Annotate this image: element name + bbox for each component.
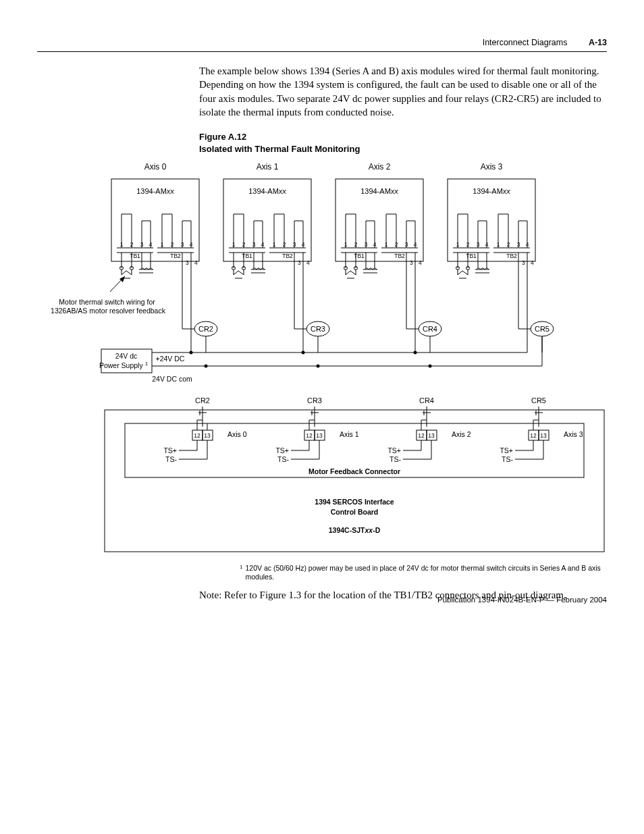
svg-text:4: 4 xyxy=(302,241,305,248)
svg-text:3: 3 xyxy=(298,259,301,266)
svg-text:13: 13 xyxy=(540,432,547,439)
svg-text:CR3: CR3 xyxy=(311,325,325,333)
svg-text:4: 4 xyxy=(373,241,377,248)
svg-text:2: 2 xyxy=(283,241,286,248)
svg-text:4: 4 xyxy=(485,241,489,248)
svg-text:TB2: TB2 xyxy=(506,253,517,259)
section-title: Interconnect Diagrams xyxy=(483,38,568,47)
svg-text:CR2: CR2 xyxy=(198,325,213,333)
header-rule xyxy=(37,51,607,52)
svg-text:24V DC com: 24V DC com xyxy=(152,375,192,383)
axis0-module: 1394-AMxx xyxy=(136,187,174,195)
svg-text:Axis 3: Axis 3 xyxy=(564,430,583,438)
svg-text:1394-AMxx: 1394-AMxx xyxy=(248,187,286,195)
svg-line-217 xyxy=(203,423,207,427)
svg-text:Control Board: Control Board xyxy=(331,508,379,516)
svg-text:3: 3 xyxy=(517,241,520,248)
footnote-text: 120V ac (50/60 Hz) power may be used in … xyxy=(245,564,607,581)
intro-paragraph: The example below shows 1394 (Series A a… xyxy=(199,64,607,119)
svg-text:Motor thermal switch wiring fo: Motor thermal switch wiring for 1326AB/A… xyxy=(51,298,166,315)
svg-text:2: 2 xyxy=(466,241,470,248)
svg-text:1: 1 xyxy=(161,241,164,248)
svg-text:CR4: CR4 xyxy=(419,396,434,405)
svg-text:4: 4 xyxy=(414,241,417,248)
svg-text:CR5: CR5 xyxy=(535,325,549,333)
svg-text:3: 3 xyxy=(186,259,189,266)
svg-text:3: 3 xyxy=(252,241,256,248)
svg-text:3: 3 xyxy=(477,241,480,248)
svg-text:TS+: TS+ xyxy=(275,446,289,454)
axis1-label: Axis 1 xyxy=(257,162,279,172)
svg-text:1: 1 xyxy=(385,241,388,248)
svg-text:TS+: TS+ xyxy=(387,446,401,454)
svg-text:1: 1 xyxy=(273,241,276,248)
svg-text:3: 3 xyxy=(293,241,296,248)
svg-text:TB2: TB2 xyxy=(394,253,405,259)
svg-text:1: 1 xyxy=(120,241,124,248)
svg-text:12: 12 xyxy=(418,432,425,439)
svg-text:Axis 2: Axis 2 xyxy=(452,430,471,438)
svg-text:12: 12 xyxy=(194,432,200,439)
page-header: Interconnect Diagrams A-13 xyxy=(483,38,607,47)
axis0-label: Axis 0 xyxy=(144,162,167,172)
svg-text:1: 1 xyxy=(497,241,500,248)
svg-text:CR3: CR3 xyxy=(307,396,322,405)
axis2-label: Axis 2 xyxy=(369,162,391,172)
svg-text:3: 3 xyxy=(522,259,525,266)
svg-text:Motor Feedback Connector: Motor Feedback Connector xyxy=(308,467,400,475)
publication-info: Publication 1394-IN024B-EN-P — February … xyxy=(437,596,607,604)
svg-text:+24V DC: +24V DC xyxy=(156,355,185,363)
svg-text:1: 1 xyxy=(344,241,348,248)
svg-text:TS-: TS- xyxy=(390,455,401,463)
svg-text:3: 3 xyxy=(410,259,413,266)
svg-text:TB2: TB2 xyxy=(282,253,293,259)
svg-text:1: 1 xyxy=(232,241,236,248)
svg-text:1394C-SJTxx-D: 1394C-SJTxx-D xyxy=(329,526,381,534)
svg-text:24V dc: 24V dc xyxy=(115,352,138,360)
svg-text:1394-AMxx: 1394-AMxx xyxy=(360,187,398,195)
svg-text:4: 4 xyxy=(419,259,422,266)
figure-number: Figure A.12 xyxy=(199,131,607,143)
svg-text:12: 12 xyxy=(530,432,537,439)
svg-text:2: 2 xyxy=(395,241,398,248)
svg-text:3: 3 xyxy=(405,241,408,248)
svg-text:12: 12 xyxy=(306,432,313,439)
wiring-diagram: Axis 0 1394-AMxx 1 2 3 4 TB1 xyxy=(37,160,607,558)
svg-text:13: 13 xyxy=(316,432,323,439)
svg-text:TS+: TS+ xyxy=(163,446,177,454)
svg-text:TS-: TS- xyxy=(165,455,177,463)
svg-text:4: 4 xyxy=(531,259,534,266)
axis3-label: Axis 3 xyxy=(481,162,503,172)
svg-text:4: 4 xyxy=(149,241,153,248)
svg-text:2: 2 xyxy=(171,241,174,248)
svg-text:TS-: TS- xyxy=(277,455,289,463)
svg-text:1: 1 xyxy=(456,241,460,248)
svg-text:1394 SERCOS Interface: 1394 SERCOS Interface xyxy=(315,498,394,506)
figure-title: Isolated with Thermal Fault Monitoring xyxy=(199,143,607,155)
svg-text:4: 4 xyxy=(306,259,310,266)
svg-text:13: 13 xyxy=(204,432,211,439)
svg-text:TS+: TS+ xyxy=(500,446,513,454)
svg-text:2: 2 xyxy=(130,241,134,248)
footnote-marker: 1 xyxy=(240,564,242,581)
svg-text:TS-: TS- xyxy=(502,455,513,463)
svg-text:CR4: CR4 xyxy=(423,325,437,333)
svg-text:4: 4 xyxy=(190,241,193,248)
footnote: 1 120V ac (50/60 Hz) power may be used i… xyxy=(240,564,607,581)
page-number: A-13 xyxy=(589,38,607,47)
svg-text:3: 3 xyxy=(181,241,184,248)
svg-text:13: 13 xyxy=(428,432,435,439)
svg-text:1394-AMxx: 1394-AMxx xyxy=(473,187,510,195)
svg-text:TB2: TB2 xyxy=(170,253,181,259)
svg-text:CR2: CR2 xyxy=(195,396,210,405)
svg-text:4: 4 xyxy=(194,259,198,266)
svg-text:Axis 0: Axis 0 xyxy=(227,430,247,438)
svg-text:CR5: CR5 xyxy=(531,396,546,405)
svg-text:3: 3 xyxy=(365,241,368,248)
svg-text:4: 4 xyxy=(261,241,265,248)
svg-text:3: 3 xyxy=(140,241,144,248)
svg-text:2: 2 xyxy=(242,241,246,248)
svg-text:Power Supply 1: Power Supply 1 xyxy=(99,361,149,369)
svg-text:4: 4 xyxy=(526,241,529,248)
svg-text:2: 2 xyxy=(507,241,510,248)
